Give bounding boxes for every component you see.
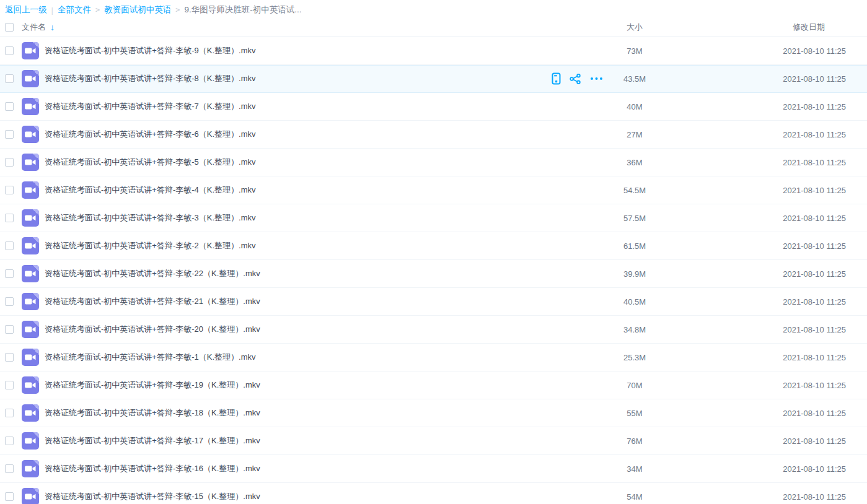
breadcrumb-link-folder[interactable]: 教资面试初中英语 <box>104 4 171 15</box>
file-row[interactable]: 资格证统考面试-初中英语试讲+答辩-李敏-6（K.整理）.mkv <box>0 121 867 149</box>
folded-corner <box>33 237 39 243</box>
video-file-icon <box>22 126 39 143</box>
file-name[interactable]: 资格证统考面试-初中英语试讲+答辩-李敏-8（K.整理）.mkv <box>45 73 542 84</box>
file-name[interactable]: 资格证统考面试-初中英语试讲+答辩-李敏-19（K.整理）.mkv <box>45 380 542 391</box>
file-name[interactable]: 资格证统考面试-初中英语试讲+答辩-李敏-2（K.整理）.mkv <box>45 240 542 251</box>
ellipsis-icon <box>590 77 603 80</box>
file-list: 资格证统考面试-初中英语试讲+答辩-李敏-9（K.整理）.mkv <box>0 37 867 504</box>
file-size: 54M <box>610 492 659 502</box>
share-button[interactable] <box>570 74 581 84</box>
row-checkbox[interactable] <box>5 269 14 278</box>
select-all-checkbox[interactable] <box>5 23 14 32</box>
folded-corner <box>33 126 39 132</box>
row-checkbox[interactable] <box>5 130 14 139</box>
breadcrumb-link-all-files[interactable]: 全部文件 <box>58 4 91 15</box>
file-row[interactable]: 资格证统考面试-初中英语试讲+答辩-李敏-21（K.整理）.mkv <box>0 288 867 316</box>
row-checkbox[interactable] <box>5 464 14 473</box>
file-row[interactable]: 资格证统考面试-初中英语试讲+答辩-李敏-2（K.整理）.mkv <box>0 232 867 260</box>
more-actions-button[interactable] <box>590 77 603 80</box>
file-date: 2021-08-10 11:25 <box>659 437 867 446</box>
row-checkbox[interactable] <box>5 297 14 306</box>
file-size: 54.5M <box>610 186 659 195</box>
row-checkbox[interactable] <box>5 74 14 83</box>
file-row[interactable]: 资格证统考面试-初中英语试讲+答辩-李敏-15（K.整理）.mkv <box>0 483 867 504</box>
row-checkbox[interactable] <box>5 102 14 111</box>
file-row[interactable]: 资格证统考面试-初中英语试讲+答辩-李敏-5（K.整理）.mkv <box>0 149 867 176</box>
column-header-name-label[interactable]: 文件名 <box>22 22 46 33</box>
row-checkbox[interactable] <box>5 381 14 389</box>
file-name[interactable]: 资格证统考面试-初中英语试讲+答辩-李敏-7（K.整理）.mkv <box>45 101 542 112</box>
file-row[interactable]: 资格证统考面试-初中英语试讲+答辩-李敏-7（K.整理）.mkv <box>0 93 867 121</box>
column-header-name: 文件名 ↓ <box>22 22 610 33</box>
file-name[interactable]: 资格证统考面试-初中英语试讲+答辩-李敏-1（K.整理）.mkv <box>45 352 542 363</box>
row-checkbox[interactable] <box>5 325 14 334</box>
file-name[interactable]: 资格证统考面试-初中英语试讲+答辩-李敏-9（K.整理）.mkv <box>45 45 542 56</box>
breadcrumb-current: 9.华图导师决胜班-初中英语试... <box>184 4 301 15</box>
row-checkbox[interactable] <box>5 409 14 417</box>
row-checkbox[interactable] <box>5 353 14 362</box>
folded-corner <box>33 488 39 494</box>
row-checkbox[interactable] <box>5 492 14 501</box>
file-name[interactable]: 资格证统考面试-初中英语试讲+答辩-李敏-21（K.整理）.mkv <box>45 296 542 307</box>
file-row[interactable]: 资格证统考面试-初中英语试讲+答辩-李敏-8（K.整理）.mkv <box>0 65 867 93</box>
folded-corner <box>33 265 39 271</box>
file-row[interactable]: 资格证统考面试-初中英语试讲+答辩-李敏-19（K.整理）.mkv <box>0 371 867 399</box>
video-file-icon <box>22 70 39 87</box>
file-date: 2021-08-10 11:25 <box>659 464 867 474</box>
video-file-icon <box>22 488 39 504</box>
file-size: 36M <box>610 158 659 167</box>
column-header-size: 大小 <box>610 22 659 33</box>
file-manager: 返回上一级 | 全部文件 > 教资面试初中英语 > 9.华图导师决胜班-初中英语… <box>0 0 867 504</box>
file-size: 39.9M <box>610 269 659 279</box>
video-file-icon <box>22 181 39 199</box>
video-file-icon <box>22 265 39 282</box>
row-checkbox[interactable] <box>5 158 14 167</box>
file-row[interactable]: 资格证统考面试-初中英语试讲+答辩-李敏-3（K.整理）.mkv <box>0 204 867 232</box>
video-file-icon <box>22 209 39 227</box>
file-row[interactable]: 资格证统考面试-初中英语试讲+答辩-李敏-17（K.整理）.mkv <box>0 427 867 455</box>
file-name[interactable]: 资格证统考面试-初中英语试讲+答辩-李敏-5（K.整理）.mkv <box>45 157 542 168</box>
file-date: 2021-08-10 11:25 <box>659 186 867 195</box>
breadcrumb-chevron-icon: > <box>175 6 180 14</box>
row-checkbox[interactable] <box>5 214 14 222</box>
file-row[interactable]: 资格证统考面试-初中英语试讲+答辩-李敏-9（K.整理）.mkv <box>0 37 867 65</box>
folded-corner <box>33 376 39 383</box>
sort-desc-arrow-icon[interactable]: ↓ <box>50 23 55 32</box>
row-checkbox[interactable] <box>5 186 14 194</box>
file-name[interactable]: 资格证统考面试-初中英语试讲+答辩-李敏-15（K.整理）.mkv <box>45 491 542 502</box>
file-date: 2021-08-10 11:25 <box>659 74 867 84</box>
file-name[interactable]: 资格证统考面试-初中英语试讲+答辩-李敏-16（K.整理）.mkv <box>45 463 542 474</box>
file-size: 57.5M <box>610 214 659 223</box>
file-row[interactable]: 资格证统考面试-初中英语试讲+答辩-李敏-18（K.整理）.mkv <box>0 399 867 427</box>
breadcrumb-back-link[interactable]: 返回上一级 <box>5 4 47 15</box>
row-checkbox[interactable] <box>5 46 14 55</box>
file-name[interactable]: 资格证统考面试-初中英语试讲+答辩-李敏-18（K.整理）.mkv <box>45 407 542 419</box>
folded-corner <box>33 209 39 215</box>
file-size: 73M <box>610 46 659 56</box>
file-name[interactable]: 资格证统考面试-初中英语试讲+答辩-李敏-20（K.整理）.mkv <box>45 324 542 335</box>
save-to-phone-button[interactable] <box>552 72 561 85</box>
file-row[interactable]: 资格证统考面试-初中英语试讲+答辩-李敏-1（K.整理）.mkv <box>0 344 867 371</box>
row-checkbox[interactable] <box>5 437 14 445</box>
file-name[interactable]: 资格证统考面试-初中英语试讲+答辩-李敏-3（K.整理）.mkv <box>45 212 542 224</box>
file-name[interactable]: 资格证统考面试-初中英语试讲+答辩-李敏-6（K.整理）.mkv <box>45 129 542 140</box>
file-row[interactable]: 资格证统考面试-初中英语试讲+答辩-李敏-20（K.整理）.mkv <box>0 316 867 344</box>
folded-corner <box>33 181 39 188</box>
file-row[interactable]: 资格证统考面试-初中英语试讲+答辩-李敏-4（K.整理）.mkv <box>0 176 867 204</box>
video-file-icon <box>22 349 39 366</box>
file-date: 2021-08-10 11:25 <box>659 46 867 56</box>
file-size: 27M <box>610 130 659 139</box>
file-name[interactable]: 资格证统考面试-初中英语试讲+答辩-李敏-22（K.整理）.mkv <box>45 268 542 279</box>
file-date: 2021-08-10 11:25 <box>659 214 867 223</box>
file-name[interactable]: 资格证统考面试-初中英语试讲+答辩-李敏-4（K.整理）.mkv <box>45 185 542 196</box>
row-checkbox[interactable] <box>5 241 14 250</box>
video-file-icon <box>22 42 39 59</box>
file-name[interactable]: 资格证统考面试-初中英语试讲+答辩-李敏-17（K.整理）.mkv <box>45 435 542 446</box>
file-row[interactable]: 资格证统考面试-初中英语试讲+答辩-李敏-22（K.整理）.mkv <box>0 260 867 288</box>
file-row[interactable]: 资格证统考面试-初中英语试讲+答辩-李敏-16（K.整理）.mkv <box>0 455 867 483</box>
folded-corner <box>33 349 39 355</box>
video-file-icon <box>22 460 39 477</box>
file-size: 76M <box>610 437 659 446</box>
file-date: 2021-08-10 11:25 <box>659 409 867 418</box>
file-date: 2021-08-10 11:25 <box>659 353 867 362</box>
